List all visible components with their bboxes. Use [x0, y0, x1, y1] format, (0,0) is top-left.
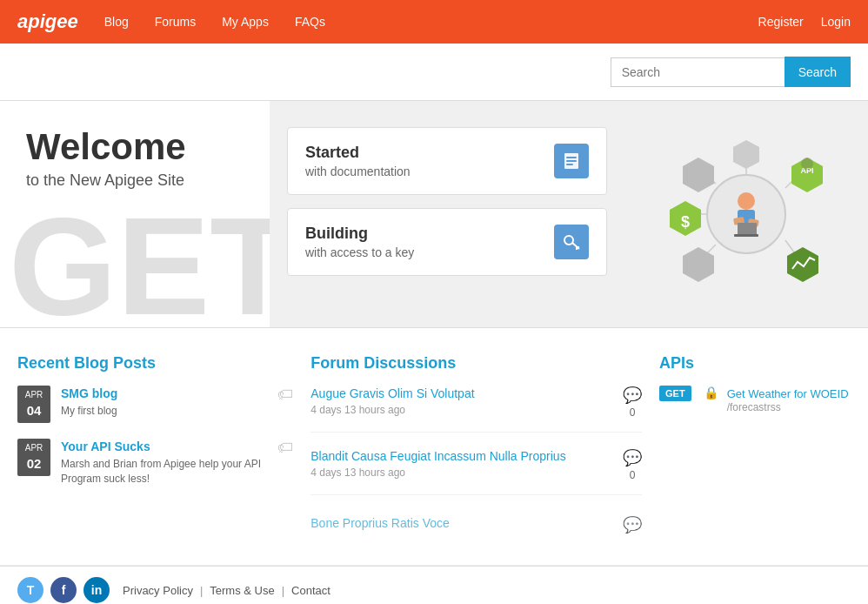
linkedin-button[interactable]: in: [83, 577, 110, 603]
hero-card-started-desc: with documentation: [305, 164, 411, 178]
forum-post-1: Augue Gravis Olim Si Volutpat 4 days 13 …: [310, 386, 642, 433]
chat-icon-3: 💬: [623, 515, 642, 534]
api-item-1-path: /forecastrss: [727, 401, 849, 413]
forum-post-1-text: Augue Gravis Olim Si Volutpat 4 days 13 …: [310, 386, 614, 416]
forum-section: Forum Discussions Augue Gravis Olim Si V…: [310, 354, 642, 539]
tag-icon-2: 🏷: [277, 439, 293, 457]
svg-point-24: [801, 158, 813, 170]
doc-icon: [554, 144, 589, 178]
hero-card-building-desc: with access to a key: [305, 245, 414, 259]
forum-post-1-meta: 4 days 13 hours ago: [310, 404, 614, 416]
hero-card-started-text: Started with documentation: [305, 144, 411, 178]
forum-post-3-title[interactable]: Bone Proprius Ratis Voce: [310, 516, 450, 530]
hero-card-started[interactable]: Started with documentation: [287, 127, 607, 195]
tag-icon-1: 🏷: [277, 386, 293, 404]
blog-post-1: Apr 04 SMG blog My first blog 🏷: [17, 386, 293, 423]
hero-heading: Welcome: [26, 127, 244, 167]
blog-post-1-excerpt: My first blog: [61, 404, 263, 419]
login-link[interactable]: Login: [821, 15, 851, 29]
forum-post-2-stats: 💬 0: [623, 448, 642, 481]
search-input[interactable]: [611, 57, 785, 87]
chat-icon-1: 💬: [623, 386, 642, 405]
twitter-button[interactable]: T: [17, 577, 43, 603]
forum-post-3-stats: 💬: [623, 515, 642, 534]
svg-marker-25: [787, 247, 818, 282]
forum-heading: Forum Discussions: [310, 354, 642, 372]
header: apigee Blog Forums My Apps FAQs Register…: [0, 0, 868, 44]
api-item-1-title[interactable]: Get Weather for WOEID: [727, 387, 849, 400]
svg-text:$: $: [681, 213, 690, 231]
api-item-1: GET 🔒 Get Weather for WOEID /forecastrss: [659, 386, 851, 413]
get-badge: GET: [659, 386, 691, 401]
svg-point-4: [564, 236, 573, 245]
search-button[interactable]: Search: [785, 57, 851, 87]
api-section: APIs GET 🔒 Get Weather for WOEID /foreca…: [659, 354, 851, 539]
footer-separator-1: |: [200, 584, 203, 597]
svg-rect-1: [566, 157, 577, 158]
hero-card-building-title: Building: [305, 225, 414, 243]
forum-post-2-count: 0: [630, 469, 636, 481]
lock-icon: 🔒: [704, 386, 718, 399]
nav-blog[interactable]: Blog: [104, 15, 129, 29]
nav-faqs[interactable]: FAQs: [295, 15, 325, 29]
key-icon: [554, 225, 589, 259]
privacy-policy-link[interactable]: Privacy Policy: [123, 584, 193, 597]
svg-point-9: [738, 192, 755, 210]
search-bar: Search: [0, 44, 868, 101]
svg-rect-14: [734, 234, 758, 237]
social-icons: T f in: [17, 577, 110, 603]
blog-heading: Recent Blog Posts: [17, 354, 293, 372]
api-heading: APIs: [659, 354, 851, 372]
chat-icon-2: 💬: [623, 448, 642, 467]
register-link[interactable]: Register: [758, 15, 804, 29]
svg-rect-3: [566, 164, 573, 165]
content-section: Recent Blog Posts Apr 04 SMG blog My fir…: [0, 328, 868, 566]
forum-post-1-stats: 💬 0: [623, 386, 642, 419]
main-nav: Blog Forums My Apps FAQs: [104, 15, 758, 29]
hero-cards: Started with documentation Building with…: [270, 101, 624, 327]
footer: T f in Privacy Policy | Terms & Use | Co…: [0, 566, 868, 604]
hero-card-building-text: Building with access to a key: [305, 225, 414, 259]
blog-post-1-text: SMG blog My first blog: [61, 386, 263, 419]
forum-post-2-title[interactable]: Blandit Causa Feugiat Incassum Nulla Pro…: [310, 449, 565, 463]
svg-rect-13: [738, 223, 757, 235]
svg-marker-28: [683, 158, 714, 192]
nav-myapps[interactable]: My Apps: [222, 15, 269, 29]
svg-marker-29: [683, 247, 714, 282]
footer-separator-2: |: [282, 584, 284, 597]
auth-links: Register Login: [758, 15, 851, 29]
forum-post-3-partial: Bone Proprius Ratis Voce 💬: [310, 511, 642, 539]
hero-card-building[interactable]: Building with access to a key: [287, 208, 607, 276]
footer-links: Privacy Policy | Terms & Use | Contact: [123, 584, 331, 597]
hero-left: Welcome to the New Apigee Site GET: [0, 101, 270, 327]
blog-post-2-title[interactable]: Your API Sucks: [61, 440, 150, 453]
blog-post-2-excerpt: Marsh and Brian from Apigee help your AP…: [61, 457, 263, 487]
blog-post-2-text: Your API Sucks Marsh and Brian from Apig…: [61, 439, 263, 487]
logo[interactable]: apigee: [17, 10, 78, 33]
svg-rect-2: [566, 160, 577, 162]
svg-marker-21: [733, 140, 759, 169]
hero-section: Welcome to the New Apigee Site GET Start…: [0, 101, 868, 328]
hero-illustration: API $: [624, 101, 868, 327]
terms-link[interactable]: Terms & Use: [210, 584, 274, 597]
forum-post-3-text: Bone Proprius Ratis Voce: [310, 515, 614, 534]
hero-get-text: GET: [9, 197, 270, 327]
api-item-1-info: Get Weather for WOEID /forecastrss: [727, 386, 849, 413]
blog-post-1-date: Apr 04: [17, 386, 50, 423]
forum-post-1-title[interactable]: Augue Gravis Olim Si Volutpat: [310, 386, 474, 400]
blog-post-1-title[interactable]: SMG blog: [61, 386, 117, 400]
contact-link[interactable]: Contact: [291, 584, 331, 597]
blog-post-2-date: Apr 02: [17, 439, 50, 476]
forum-post-2-text: Blandit Causa Feugiat Incassum Nulla Pro…: [310, 448, 614, 479]
nav-forums[interactable]: Forums: [155, 15, 196, 29]
blog-post-2: Apr 02 Your API Sucks Marsh and Brian fr…: [17, 439, 293, 487]
facebook-button[interactable]: f: [50, 577, 77, 603]
forum-post-2-meta: 4 days 13 hours ago: [310, 466, 614, 479]
blog-section: Recent Blog Posts Apr 04 SMG blog My fir…: [17, 354, 293, 539]
forum-post-2: Blandit Causa Feugiat Incassum Nulla Pro…: [310, 448, 642, 495]
hero-card-started-title: Started: [305, 144, 411, 162]
forum-post-1-count: 0: [630, 406, 636, 419]
